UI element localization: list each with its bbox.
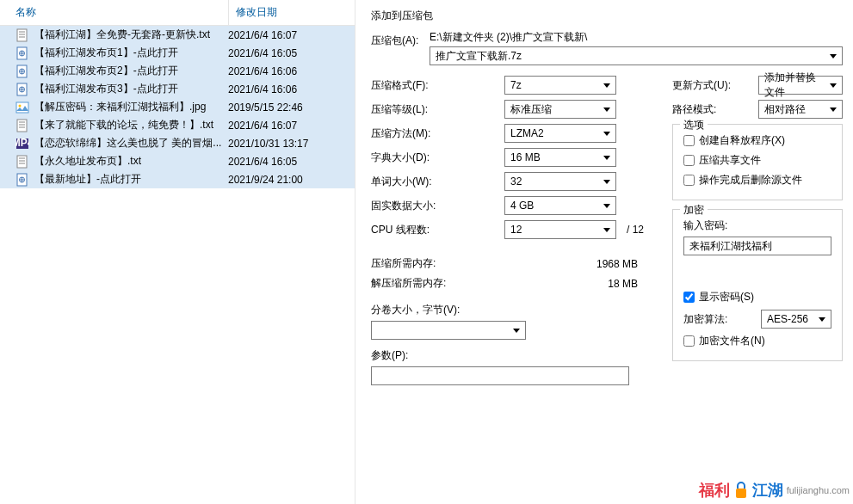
level-label: 压缩等级(L): — [371, 102, 504, 117]
file-date: 2021/6/4 16:05 — [228, 156, 297, 168]
file-row[interactable]: 【永久地址发布页】.txt2021/6/4 16:05 — [0, 152, 355, 170]
word-combo[interactable]: 32 — [504, 172, 616, 191]
split-label: 分卷大小，字节(V): — [371, 303, 646, 317]
archive-label: 压缩包(A): — [371, 30, 430, 65]
file-row[interactable]: 【福利江湖发布页2】-点此打开2021/6/4 16:06 — [0, 62, 355, 80]
file-row[interactable]: 【福利江湖】全免费-无套路-更新快.txt2021/6/4 16:07 — [0, 26, 355, 44]
level-combo[interactable]: 标准压缩 — [504, 100, 616, 119]
file-row[interactable]: 【解压密码：来福利江湖找福利】.jpg2019/5/15 22:46 — [0, 98, 355, 116]
params-label: 参数(P): — [371, 348, 646, 363]
archive-path: E:\新建文件夹 (2)\推广文宣下载新\ — [430, 30, 843, 45]
password-label: 输入密码: — [683, 218, 831, 233]
file-url-icon — [15, 173, 29, 187]
file-name: 【永久地址发布页】.txt — [34, 154, 228, 169]
format-combo[interactable]: 7z — [504, 76, 616, 95]
dialog-title: 添加到压缩包 — [371, 9, 843, 23]
update-label: 更新方式(U): — [672, 78, 758, 93]
format-label: 压缩格式(F): — [371, 78, 504, 93]
svg-rect-10 — [16, 102, 28, 113]
file-txt-icon — [15, 28, 29, 42]
file-name: 【最新地址】-点此打开 — [34, 172, 228, 187]
file-row[interactable]: 【最新地址】-点此打开2021/9/24 21:00 — [0, 170, 355, 188]
watermark: 福利 江湖 fulijianghu.com — [699, 480, 850, 501]
file-name: 【解压密码：来福利江湖找福利】.jpg — [34, 100, 228, 114]
file-name: 【福利江湖发布页2】-点此打开 — [34, 64, 228, 78]
file-name: 【福利江湖发布页3】-点此打开 — [34, 82, 228, 96]
params-input[interactable] — [371, 366, 629, 385]
file-date: 2021/6/4 16:07 — [228, 120, 297, 132]
file-row[interactable]: MP4【恋恋软绵绵】这么美也脱了 美的冒烟...2021/10/31 13:17 — [0, 134, 355, 152]
solid-combo[interactable]: 4 GB — [504, 196, 616, 215]
mem-comp-label: 压缩所需内存: — [371, 256, 504, 271]
update-combo[interactable]: 添加并替换文件 — [758, 76, 843, 95]
file-date: 2021/9/24 21:00 — [228, 174, 303, 186]
file-url-icon — [15, 46, 29, 60]
dict-combo[interactable]: 16 MB — [504, 148, 616, 167]
file-mp4-icon: MP4 — [15, 137, 29, 151]
file-row[interactable]: 【来了就能下载的论坛，纯免费！】.txt2021/6/4 16:07 — [0, 116, 355, 134]
encnames-checkbox[interactable]: 加密文件名(N) — [683, 334, 831, 348]
mem-comp-value: 1968 MB — [504, 258, 646, 270]
col-header-date[interactable]: 修改日期 — [228, 0, 355, 25]
file-txt-icon — [15, 155, 29, 169]
file-date: 2021/6/4 16:06 — [228, 65, 297, 77]
file-name: 【福利江湖】全免费-无套路-更新快.txt — [34, 28, 228, 42]
file-name: 【来了就能下载的论坛，纯免费！】.txt — [34, 118, 228, 132]
encmethod-label: 加密算法: — [683, 312, 761, 327]
file-row[interactable]: 【福利江湖发布页3】-点此打开2021/6/4 16:06 — [0, 80, 355, 98]
dict-label: 字典大小(D): — [371, 151, 504, 165]
file-url-icon — [15, 83, 29, 96]
file-date: 2021/6/4 16:05 — [228, 47, 297, 59]
options-group-title: 选项 — [680, 118, 708, 132]
svg-point-11 — [19, 104, 22, 107]
pathmode-label: 路径模式: — [672, 102, 758, 117]
encmethod-combo[interactable]: AES-256 — [761, 310, 831, 329]
solid-label: 固实数据大小: — [371, 199, 504, 213]
svg-rect-0 — [17, 29, 27, 41]
method-label: 压缩方法(M): — [371, 126, 504, 141]
file-explorer-panel: 名称 修改日期 【福利江湖】全免费-无套路-更新快.txt2021/6/4 16… — [0, 0, 355, 504]
mem-decomp-label: 解压缩所需内存: — [371, 276, 504, 291]
file-date: 2021/6/4 16:07 — [228, 29, 297, 41]
threads-label: CPU 线程数: — [371, 223, 504, 237]
split-combo[interactable] — [371, 321, 526, 340]
file-txt-icon — [15, 119, 29, 132]
threads-combo[interactable]: 12 — [504, 220, 616, 239]
lock-icon — [733, 480, 749, 501]
archive-file-combo[interactable]: 推广文宣下载新.7z — [430, 46, 843, 65]
svg-rect-18 — [17, 156, 27, 168]
method-combo[interactable]: LZMA2 — [504, 124, 616, 143]
svg-rect-24 — [736, 489, 746, 498]
password-input[interactable]: 来福利江湖找福利 — [683, 237, 831, 255]
file-jpg-icon — [15, 101, 29, 114]
svg-text:MP4: MP4 — [15, 137, 29, 149]
opt-sfx-checkbox[interactable]: 创建自释放程序(X) — [683, 133, 831, 148]
encryption-group: 加密 输入密码: 来福利江湖找福利 显示密码(S) 加密算法:AES-256 加… — [672, 209, 843, 361]
threads-total: / 12 — [616, 224, 644, 236]
showpwd-checkbox[interactable]: 显示密码(S) — [683, 290, 831, 304]
options-group: 选项 创建自释放程序(X) 压缩共享文件 操作完成后删除源文件 — [672, 124, 843, 200]
word-label: 单词大小(W): — [371, 175, 504, 189]
file-name: 【福利江湖发布页1】-点此打开 — [34, 46, 228, 60]
opt-shared-checkbox[interactable]: 压缩共享文件 — [683, 153, 831, 168]
file-header: 名称 修改日期 — [0, 0, 355, 26]
file-date: 2021/10/31 13:17 — [228, 138, 308, 150]
svg-rect-12 — [17, 120, 27, 132]
file-date: 2021/6/4 16:06 — [228, 83, 297, 95]
mem-decomp-value: 18 MB — [504, 278, 646, 290]
compress-dialog: 添加到压缩包 压缩包(A): E:\新建文件夹 (2)\推广文宣下载新\ 推广文… — [355, 0, 853, 504]
col-header-name[interactable]: 名称 — [0, 0, 228, 25]
encryption-group-title: 加密 — [680, 203, 708, 218]
file-row[interactable]: 【福利江湖发布页1】-点此打开2021/6/4 16:05 — [0, 44, 355, 62]
file-date: 2019/5/15 22:46 — [228, 101, 303, 114]
file-url-icon — [15, 65, 29, 78]
opt-delete-checkbox[interactable]: 操作完成后删除源文件 — [683, 173, 831, 187]
pathmode-combo[interactable]: 相对路径 — [758, 100, 843, 119]
file-name: 【恋恋软绵绵】这么美也脱了 美的冒烟... — [34, 136, 228, 151]
